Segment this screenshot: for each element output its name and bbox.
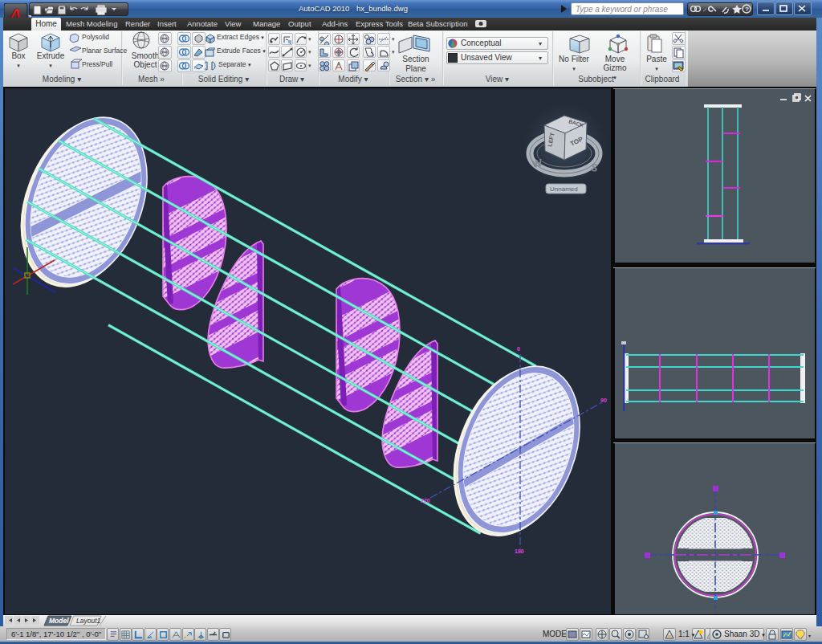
svg-text:0: 0 (517, 346, 520, 352)
svg-text:Model: Model (49, 617, 69, 625)
svg-text:Unnamed: Unnamed (550, 185, 578, 193)
svg-text:Layout1: Layout1 (76, 617, 101, 625)
svg-text:270: 270 (421, 498, 430, 503)
svg-text:90: 90 (600, 397, 607, 403)
svg-text:180: 180 (515, 548, 524, 554)
